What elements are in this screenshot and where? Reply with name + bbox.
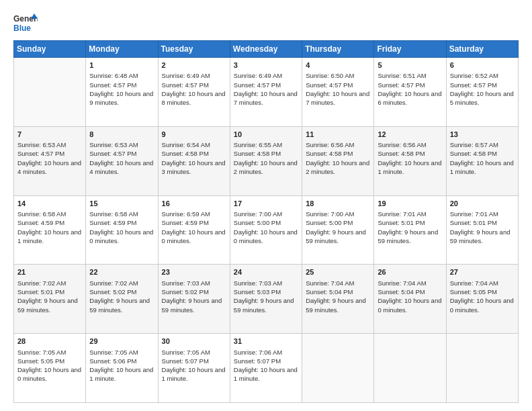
daylight-text: Daylight: 10 hours and 7 minutes. — [234, 89, 298, 107]
day-number: 19 — [378, 199, 442, 209]
daylight-text: Daylight: 10 hours and 1 minute. — [450, 158, 515, 177]
day-number: 13 — [450, 130, 515, 140]
day-number: 16 — [162, 199, 226, 209]
calendar-cell: 5Sunrise: 6:51 AMSunset: 4:57 PMDaylight… — [374, 58, 446, 127]
sunset-text: Sunset: 4:57 PM — [89, 149, 154, 158]
daylight-text: Daylight: 10 hours and 8 minutes. — [162, 89, 226, 107]
daylight-text: Daylight: 10 hours and 0 minutes. — [450, 296, 515, 314]
daylight-text: Daylight: 10 hours and 1 minute. — [234, 365, 298, 383]
calendar-cell: 8Sunrise: 6:53 AMSunset: 4:57 PMDaylight… — [86, 126, 158, 195]
sunrise-text: Sunrise: 6:50 AM — [306, 71, 370, 80]
day-number: 27 — [450, 267, 515, 277]
calendar-cell: 18Sunrise: 7:00 AMSunset: 5:00 PMDayligh… — [302, 195, 374, 265]
sunrise-text: Sunrise: 6:58 AM — [89, 210, 154, 218]
sunset-text: Sunset: 4:57 PM — [378, 81, 442, 89]
sunrise-text: Sunrise: 6:51 AM — [378, 71, 442, 80]
calendar-cell: 21Sunrise: 7:02 AMSunset: 5:01 PMDayligh… — [14, 265, 86, 334]
sunset-text: Sunset: 5:05 PM — [450, 287, 515, 296]
day-number: 26 — [378, 267, 442, 277]
calendar-cell: 20Sunrise: 7:01 AMSunset: 5:01 PMDayligh… — [446, 195, 518, 265]
sunrise-text: Sunrise: 6:52 AM — [450, 71, 515, 80]
daylight-text: Daylight: 9 hours and 59 minutes. — [89, 296, 154, 314]
daylight-text: Daylight: 9 hours and 59 minutes. — [450, 228, 515, 246]
calendar-cell: 19Sunrise: 7:01 AMSunset: 5:01 PMDayligh… — [374, 195, 446, 265]
daylight-text: Daylight: 10 hours and 1 minute. — [17, 228, 82, 246]
daylight-text: Daylight: 9 hours and 59 minutes. — [378, 228, 442, 246]
sunrise-text: Sunrise: 7:00 AM — [234, 210, 298, 218]
sunrise-text: Sunrise: 7:02 AM — [17, 279, 82, 287]
sunset-text: Sunset: 4:57 PM — [17, 149, 82, 158]
day-number: 3 — [234, 60, 298, 71]
calendar-cell: 6Sunrise: 6:52 AMSunset: 4:57 PMDaylight… — [446, 58, 518, 127]
calendar-cell: 3Sunrise: 6:49 AMSunset: 4:57 PMDaylight… — [230, 58, 302, 127]
daylight-text: Daylight: 10 hours and 0 minutes. — [234, 228, 298, 246]
sunrise-text: Sunrise: 6:59 AM — [162, 210, 226, 218]
calendar-week-row: 1Sunrise: 6:48 AMSunset: 4:57 PMDaylight… — [14, 58, 519, 127]
sunrise-text: Sunrise: 7:01 AM — [450, 210, 515, 218]
calendar-cell: 31Sunrise: 7:06 AMSunset: 5:07 PMDayligh… — [230, 334, 302, 403]
calendar-cell: 15Sunrise: 6:58 AMSunset: 4:59 PMDayligh… — [86, 195, 158, 265]
sunset-text: Sunset: 5:01 PM — [17, 287, 82, 296]
day-number: 31 — [234, 336, 298, 347]
calendar-cell: 2Sunrise: 6:49 AMSunset: 4:57 PMDaylight… — [158, 58, 230, 127]
daylight-text: Daylight: 10 hours and 9 minutes. — [89, 89, 154, 107]
sunset-text: Sunset: 5:04 PM — [378, 287, 442, 296]
day-number: 25 — [306, 267, 370, 277]
day-number: 17 — [234, 199, 298, 209]
day-number: 8 — [89, 130, 154, 140]
sunset-text: Sunset: 5:00 PM — [306, 218, 370, 227]
sunset-text: Sunset: 4:58 PM — [234, 149, 298, 158]
sunset-text: Sunset: 4:57 PM — [306, 81, 370, 89]
day-number: 11 — [306, 130, 370, 140]
day-number: 14 — [17, 199, 82, 209]
sunset-text: Sunset: 5:05 PM — [17, 357, 82, 365]
calendar-table: SundayMondayTuesdayWednesdayThursdayFrid… — [13, 40, 519, 403]
sunrise-text: Sunrise: 7:01 AM — [378, 210, 442, 218]
sunrise-text: Sunrise: 7:04 AM — [378, 279, 442, 287]
calendar-cell: 1Sunrise: 6:48 AMSunset: 4:57 PMDaylight… — [86, 58, 158, 127]
sunset-text: Sunset: 4:58 PM — [378, 149, 442, 158]
sunrise-text: Sunrise: 6:49 AM — [234, 71, 298, 80]
calendar-cell — [302, 334, 374, 403]
calendar-cell: 12Sunrise: 6:56 AMSunset: 4:58 PMDayligh… — [374, 126, 446, 195]
sunset-text: Sunset: 4:58 PM — [162, 149, 226, 158]
sunrise-text: Sunrise: 7:02 AM — [89, 279, 154, 287]
sunset-text: Sunset: 4:58 PM — [306, 149, 370, 158]
sunrise-text: Sunrise: 7:05 AM — [17, 348, 82, 357]
calendar-cell: 10Sunrise: 6:55 AMSunset: 4:58 PMDayligh… — [230, 126, 302, 195]
daylight-text: Daylight: 10 hours and 6 minutes. — [378, 89, 442, 107]
sunrise-text: Sunrise: 6:54 AM — [162, 140, 226, 149]
day-number: 28 — [17, 336, 82, 347]
sunset-text: Sunset: 5:02 PM — [89, 287, 154, 296]
daylight-text: Daylight: 10 hours and 1 minute. — [89, 365, 154, 383]
daylight-text: Daylight: 9 hours and 59 minutes. — [306, 228, 370, 246]
sunset-text: Sunset: 4:59 PM — [162, 218, 226, 227]
day-number: 24 — [234, 267, 298, 277]
sunset-text: Sunset: 5:02 PM — [162, 287, 226, 296]
sunrise-text: Sunrise: 7:04 AM — [306, 279, 370, 287]
day-number: 20 — [450, 199, 515, 209]
header: General Blue — [13, 12, 519, 34]
daylight-text: Daylight: 9 hours and 59 minutes. — [234, 296, 298, 314]
calendar-cell: 4Sunrise: 6:50 AMSunset: 4:57 PMDaylight… — [302, 58, 374, 127]
calendar-cell: 30Sunrise: 7:05 AMSunset: 5:07 PMDayligh… — [158, 334, 230, 403]
calendar-cell — [14, 58, 86, 127]
daylight-text: Daylight: 10 hours and 4 minutes. — [17, 158, 82, 177]
sunrise-text: Sunrise: 6:55 AM — [234, 140, 298, 149]
weekday-header-friday: Friday — [374, 41, 446, 58]
logo-icon: General Blue — [13, 12, 38, 34]
calendar-cell: 26Sunrise: 7:04 AMSunset: 5:04 PMDayligh… — [374, 265, 446, 334]
daylight-text: Daylight: 10 hours and 0 minutes. — [89, 228, 154, 246]
daylight-text: Daylight: 9 hours and 59 minutes. — [17, 296, 82, 314]
sunset-text: Sunset: 5:04 PM — [306, 287, 370, 296]
sunset-text: Sunset: 4:57 PM — [234, 81, 298, 89]
sunrise-text: Sunrise: 6:57 AM — [450, 140, 515, 149]
calendar-cell: 23Sunrise: 7:03 AMSunset: 5:02 PMDayligh… — [158, 265, 230, 334]
day-number: 12 — [378, 130, 442, 140]
day-number: 18 — [306, 199, 370, 209]
weekday-header-wednesday: Wednesday — [230, 41, 302, 58]
sunset-text: Sunset: 4:59 PM — [17, 218, 82, 227]
logo: General Blue — [13, 12, 38, 34]
sunset-text: Sunset: 4:58 PM — [450, 149, 515, 158]
sunrise-text: Sunrise: 7:06 AM — [234, 348, 298, 357]
